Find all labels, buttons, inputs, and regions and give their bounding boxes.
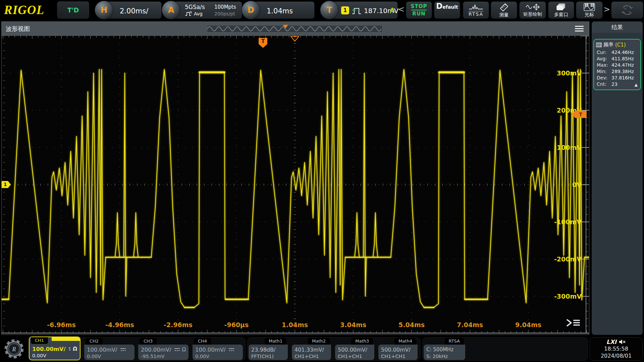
timebase-preview-bar[interactable]	[207, 25, 382, 33]
oscilloscope-screen: RIGOL T'D 2.00ms/ H 5GSa/s N Avg 100Mpts	[0, 0, 644, 362]
math-body: 23.98dB/FFT(CH1)	[249, 345, 288, 360]
channel-tab[interactable]: CH2	[86, 338, 103, 345]
stop-label: STOP	[411, 4, 427, 9]
svg-text:A: A	[586, 4, 588, 7]
channel-body: 100.00mV/0.00V	[193, 345, 243, 360]
acquire-knob[interactable]: A	[162, 1, 180, 19]
rigol-logo: RIGOL	[4, 3, 44, 17]
default-button[interactable]: D efault	[434, 1, 460, 19]
channel-widget-ch1[interactable]: CH1100.00mV/Ω0.00V	[29, 337, 80, 360]
waveform-title-bar: 波形视图	[2, 22, 589, 36]
avg-mode-icon: N	[185, 11, 192, 16]
acquire-box[interactable]: 5GSa/s N Avg 100Mpts 200ps/pt	[171, 1, 242, 19]
trigger-knob[interactable]: T	[320, 1, 339, 19]
y-axis-label: 300mV	[551, 69, 582, 77]
channel-scale: 100.00mV/	[32, 346, 66, 352]
channel-widget-ch2[interactable]: CH2100.00mV/0.00V	[84, 338, 135, 360]
resolution: 200ps/pt	[214, 11, 235, 16]
channel-tab[interactable]: CH1	[31, 337, 48, 344]
math-scale: 401.33mV/	[294, 346, 328, 353]
math-widget-math4[interactable]: Math4500.00mV/CH1+CH1	[378, 338, 418, 360]
toolbar-expand-right-icon[interactable]: >	[603, 5, 610, 14]
preview-sine	[207, 25, 382, 32]
collapse-arrow-icon[interactable]: ▲	[635, 82, 638, 88]
measurement-card[interactable]: 频率(C1) Cur:424.46HzAvg:411.85HzMax:424.4…	[593, 39, 641, 90]
y-axis-label: 0V	[551, 181, 582, 189]
math-scale: 500.00mV/	[338, 346, 372, 353]
windows-icon	[556, 3, 566, 11]
channel-tab[interactable]: CH3	[140, 338, 157, 345]
math-body: 500.00mV/CH1+CH1	[335, 345, 374, 360]
rtsa-button[interactable]: RTSA	[463, 1, 489, 19]
rtsa-body: C: 500MHzS: 20kHz	[424, 345, 465, 360]
measurement-row: Cnt:23▲	[594, 81, 640, 87]
mute-speaker-icon	[619, 339, 626, 345]
x-axis-label: 7.04ms	[453, 321, 487, 329]
impedance-label: Ω	[73, 346, 77, 352]
stop-run-button[interactable]: STOP RUN	[406, 1, 432, 19]
measurement-name: 频率	[603, 42, 613, 48]
math-widget-math3[interactable]: Math3500.00mV/CH1+CH1	[335, 338, 374, 360]
x-axis-label: 9.04ms	[512, 321, 545, 329]
graticule-area[interactable]: 300mV200mV100mV0V-100mV-200mV-300mV -6.9…	[2, 36, 589, 334]
bottom-bar: R CH1100.00mV/Ω0.00VCH2100.00mV/0.00VCH3…	[0, 335, 644, 362]
x-axis-label: -2.96ms	[161, 321, 195, 329]
math-tab[interactable]: Math3	[351, 338, 373, 345]
rect-draw-button[interactable]: 矩形绘制	[519, 1, 546, 19]
channel-tab[interactable]: CH4	[194, 338, 211, 345]
measure-button[interactable]: 测量	[491, 1, 517, 19]
x-axis-label: 1.04ms	[278, 321, 312, 329]
svg-text:N: N	[190, 11, 192, 14]
math-expression: FFT(CH1)	[251, 354, 285, 359]
horizontal-knob[interactable]: H	[95, 1, 113, 19]
trigger-slope-icon	[351, 5, 363, 15]
measurement-row: Min:289.38Hz	[594, 68, 640, 75]
waveform-menu-icon[interactable]	[575, 26, 584, 33]
x-axis-label: -960µs	[220, 321, 253, 329]
results-header: 结果	[592, 21, 643, 33]
math-widget-math2[interactable]: Math2401.33mV/CH1+CH1	[292, 338, 331, 360]
rtsa-tab[interactable]: RTSA	[445, 338, 464, 345]
y-axis-label: -100mV	[551, 218, 582, 226]
trigger-box[interactable]: 1 187.10mV A	[329, 1, 398, 19]
settings-gear-button[interactable]: R	[3, 337, 25, 361]
math-tab[interactable]: Math2	[308, 338, 330, 345]
multi-window-button[interactable]: 多窗口	[548, 1, 574, 19]
multi-window-label: 多窗口	[554, 12, 568, 17]
run-label: RUN	[412, 11, 425, 16]
math-body: 500.00mV/CH1+CH1	[378, 345, 418, 360]
channel-scale: 100.00mV/	[195, 347, 226, 353]
active-channel-strip	[52, 337, 80, 341]
delay-box[interactable]: 1.04ms	[251, 1, 315, 19]
top-toolbar: RIGOL T'D 2.00ms/ H 5GSa/s N Avg 100Mpts	[0, 0, 644, 20]
trigger-status-button[interactable]: T'D	[57, 1, 89, 19]
gear-icon: R	[3, 337, 25, 361]
channel-widget-ch4[interactable]: CH4100.00mV/0.00V	[193, 338, 243, 360]
rtsa-span: S: 20kHz	[426, 354, 463, 359]
channel-offset: 0.00V	[87, 354, 132, 359]
rtsa-label: RTSA	[469, 11, 483, 17]
trigger-flag: A	[390, 6, 395, 14]
loop-record-button[interactable]	[611, 1, 643, 19]
horizontal-scale-value: 2.00ms/	[120, 7, 148, 15]
toolbar-collapse-left-icon[interactable]: <	[398, 5, 405, 14]
channel-widget-ch3[interactable]: CH3200.00mV/Ω-95.51mV	[138, 338, 189, 360]
dc-coupling-icon	[228, 348, 235, 352]
math-widget-math1[interactable]: Math123.98dB/FFT(CH1)	[249, 338, 288, 360]
channel-scale: 100.00mV/	[87, 347, 117, 353]
trigger-source-badge: 1	[341, 6, 349, 14]
channel-offset: 0.00V	[195, 354, 240, 359]
measurement-row: Dev:37.816Hz	[594, 75, 640, 81]
rtsa-widget[interactable]: RTSAC: 500MHzS: 20kHz	[424, 338, 465, 360]
statistics-icon	[596, 43, 602, 47]
measurement-rows: Cur:424.46HzAvg:411.85HzMax:424.47HzMin:…	[594, 49, 640, 87]
rect-draw-label: 矩形绘制	[523, 12, 542, 17]
delay-knob[interactable]: D	[241, 1, 260, 19]
waveform-move-icon	[526, 3, 540, 11]
waveform-view-panel: 波形视图 300mV200mV100mV0V-100mV-200mV-300mV…	[1, 21, 589, 335]
expand-results-icon[interactable]	[565, 318, 581, 328]
cursor-button[interactable]: A B 光标	[576, 1, 603, 19]
math-tab[interactable]: Math1	[265, 338, 286, 345]
math-tab[interactable]: Math4	[394, 338, 416, 345]
rtsa-center-freq: C: 500MHz	[426, 346, 463, 353]
